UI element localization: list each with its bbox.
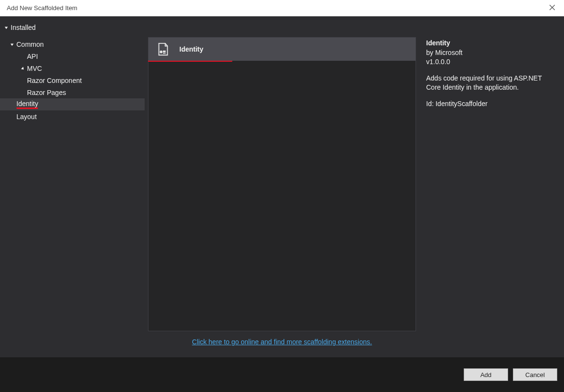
tree-label: API — [27, 53, 38, 60]
tree-item-layout[interactable]: Layout — [0, 110, 145, 122]
detail-version: v1.0.0.0 — [426, 57, 557, 67]
svg-marker-4 — [21, 67, 25, 70]
chevron-down-icon — [10, 42, 14, 47]
svg-point-5 — [160, 51, 162, 54]
svg-marker-2 — [5, 27, 8, 29]
chevron-down-icon — [4, 25, 9, 30]
tree-label: Layout — [16, 113, 37, 121]
category-tree: Installed Common API MVC Razor Component — [0, 16, 145, 357]
tree-label: Razor Pages — [27, 89, 66, 96]
identity-file-icon — [155, 41, 171, 57]
template-pane: Identity Click here to go online and fin… — [145, 16, 419, 357]
template-list: Identity — [148, 37, 416, 331]
close-button[interactable] — [545, 1, 559, 15]
online-link-row: Click here to go online and find more sc… — [192, 331, 372, 352]
tree-item-mvc[interactable]: MVC — [0, 62, 145, 74]
tree-label: Installed — [11, 24, 36, 31]
chevron-right-icon — [20, 66, 25, 71]
tree-label: Common — [16, 41, 44, 48]
template-item-identity[interactable]: Identity — [148, 38, 416, 61]
template-label: Identity — [179, 45, 203, 53]
tree-item-common[interactable]: Common — [0, 38, 145, 50]
close-icon — [550, 4, 555, 12]
columns: Installed Common API MVC Razor Component — [0, 16, 564, 357]
dialog-content: Installed Common API MVC Razor Component — [0, 16, 564, 357]
detail-title: Identity — [426, 39, 557, 48]
tree-label: Identity — [16, 100, 38, 109]
detail-description: Adds code required for using ASP.NET Cor… — [426, 74, 557, 93]
titlebar: Add New Scaffolded Item — [0, 0, 564, 16]
tree-label: Razor Component — [27, 77, 82, 84]
tree-item-installed[interactable]: Installed — [0, 21, 145, 33]
tree-item-api[interactable]: API — [0, 50, 145, 62]
svg-marker-3 — [11, 43, 13, 46]
svg-rect-6 — [163, 51, 166, 53]
tree-item-razor-pages[interactable]: Razor Pages — [0, 86, 145, 98]
add-button[interactable]: Add — [464, 368, 508, 381]
template-detail: Identity by Microsoft v1.0.0.0 Adds code… — [419, 16, 564, 357]
window-title: Add New Scaffolded Item — [5, 4, 77, 12]
tree-label: MVC — [27, 65, 42, 72]
tree-item-identity[interactable]: Identity — [0, 98, 145, 110]
cancel-button[interactable]: Cancel — [513, 368, 557, 381]
tree-item-razor-component[interactable]: Razor Component — [0, 74, 145, 86]
button-bar: Add Cancel — [0, 357, 564, 392]
detail-author: by Microsoft — [426, 48, 557, 58]
online-extensions-link[interactable]: Click here to go online and find more sc… — [192, 338, 372, 346]
detail-id: Id: IdentityScaffolder — [426, 99, 557, 109]
svg-rect-7 — [163, 53, 166, 54]
